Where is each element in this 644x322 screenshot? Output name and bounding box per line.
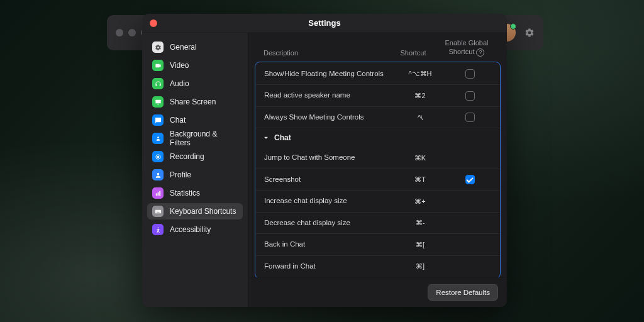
sidebar-item-label: Accessibility	[170, 225, 211, 234]
shortcut-row[interactable]: Back in Chat⌘[	[255, 233, 500, 255]
svg-point-2	[157, 136, 159, 138]
shortcut-description: Show/Hide Floating Meeting Controls	[264, 69, 392, 79]
shortcut-row[interactable]: Screenshot⌘T	[255, 169, 500, 191]
sidebar-item-label: Statistics	[170, 189, 200, 197]
keyboard-shortcuts-icon	[152, 206, 164, 217]
enable-global-checkbox[interactable]	[465, 69, 475, 79]
sidebar-item-general[interactable]: General	[147, 39, 243, 55]
shortcut-row[interactable]: Forward in Chat⌘]	[255, 255, 500, 277]
sidebar-item-label: Share Screen	[170, 97, 216, 106]
sidebar-item-recording[interactable]: Recording	[147, 148, 243, 165]
sidebar-item-background-filters[interactable]: Background & Filters	[147, 130, 243, 147]
shortcut-row[interactable]: Decrease chat display size⌘-	[255, 212, 500, 234]
shortcut-keys[interactable]: ⌘]	[392, 262, 448, 270]
audio-icon	[152, 78, 164, 89]
close-icon[interactable]	[150, 19, 157, 27]
restore-defaults-button[interactable]: Restore Defaults	[428, 284, 498, 301]
shortcut-keys[interactable]: ^\	[392, 114, 448, 121]
share-screen-icon	[152, 96, 164, 108]
enable-global-cell	[448, 69, 491, 79]
sidebar-item-video[interactable]: Video	[147, 57, 243, 74]
shortcut-keys[interactable]: ⌘[	[392, 241, 448, 249]
svg-point-4	[157, 156, 159, 158]
sidebar-item-keyboard-shortcuts[interactable]: Keyboard Shortcuts	[147, 203, 243, 219]
shortcut-keys[interactable]: ⌘+	[392, 197, 448, 206]
window-title: Settings	[142, 18, 507, 28]
shortcut-description: Forward in Chat	[264, 262, 392, 272]
header-description: Description	[264, 49, 385, 57]
svg-point-5	[157, 172, 159, 175]
bg-close-icon	[116, 29, 123, 36]
shortcut-row[interactable]: Jump to Chat with Someone⌘K	[255, 147, 500, 169]
svg-rect-10	[156, 211, 157, 211]
shortcut-keys[interactable]: ⌘T	[392, 175, 448, 184]
bg-minimize-icon	[128, 29, 136, 36]
shortcut-description: Read active speaker name	[264, 91, 392, 101]
svg-rect-7	[157, 192, 158, 196]
shortcuts-list: Show/Hide Floating Meeting Controls^⌥⌘HR…	[248, 62, 507, 277]
svg-rect-12	[158, 211, 158, 211]
titlebar: Settings	[142, 14, 507, 33]
settings-window: Settings GeneralVideoAudioShare ScreenCh…	[142, 14, 507, 307]
sidebar: GeneralVideoAudioShare ScreenChatBackgro…	[142, 33, 248, 307]
shortcut-keys[interactable]: ⌘2	[392, 92, 448, 100]
svg-rect-11	[157, 211, 158, 211]
sidebar-item-label: Background & Filters	[170, 130, 238, 147]
svg-rect-8	[159, 191, 160, 195]
focused-group: Show/Hide Floating Meeting Controls^⌥⌘HR…	[255, 62, 501, 277]
statistics-icon	[152, 187, 164, 199]
enable-global-cell	[448, 113, 491, 122]
enable-global-checkbox[interactable]	[465, 91, 475, 101]
shortcut-row[interactable]: Always Show Meeting Controls^\	[255, 106, 500, 128]
shortcut-row[interactable]: Read active speaker name⌘2	[255, 84, 500, 106]
profile-icon	[152, 169, 164, 180]
shortcut-description: Screenshot	[264, 175, 392, 185]
accessibility-icon	[152, 224, 164, 235]
recording-icon	[152, 151, 164, 162]
chat-icon	[152, 114, 164, 126]
sidebar-item-label: Recording	[170, 152, 204, 161]
section-chat[interactable]: Chat	[255, 128, 500, 147]
sidebar-item-label: General	[170, 43, 197, 52]
sidebar-item-accessibility[interactable]: Accessibility	[147, 221, 243, 238]
chevron-down-icon	[262, 133, 270, 142]
shortcut-description: Back in Chat	[264, 240, 392, 250]
sidebar-item-label: Keyboard Shortcuts	[170, 207, 236, 216]
shortcut-description: Always Show Meeting Controls	[264, 113, 392, 123]
footer: Restore Defaults	[248, 277, 507, 307]
sidebar-item-statistics[interactable]: Statistics	[147, 185, 243, 201]
sidebar-item-label: Audio	[170, 79, 189, 88]
sidebar-item-chat[interactable]: Chat	[147, 112, 243, 128]
shortcut-description: Increase chat display size	[264, 196, 392, 206]
enable-global-checkbox[interactable]	[465, 175, 475, 184]
sidebar-item-profile[interactable]: Profile	[147, 167, 243, 183]
general-icon	[152, 42, 164, 53]
header-shortcut: Shortcut	[385, 49, 441, 57]
svg-point-15	[157, 227, 158, 228]
column-headers: Description Shortcut Enable Global Short…	[248, 33, 507, 62]
shortcut-description: Jump to Chat with Someone	[264, 153, 392, 163]
enable-global-cell	[448, 175, 491, 184]
section-label: Chat	[274, 133, 291, 142]
sidebar-item-share-screen[interactable]: Share Screen	[147, 94, 243, 110]
shortcut-row[interactable]: Increase chat display size⌘+	[255, 190, 500, 212]
svg-rect-0	[155, 99, 160, 103]
shortcut-keys[interactable]: ^⌥⌘H	[392, 70, 448, 78]
sidebar-item-audio[interactable]: Audio	[147, 75, 243, 92]
background-filters-icon	[152, 133, 164, 144]
video-icon	[152, 60, 164, 71]
sidebar-item-label: Profile	[170, 170, 191, 179]
sidebar-item-label: Video	[170, 61, 189, 70]
help-icon[interactable]: ?	[476, 48, 484, 57]
shortcut-row[interactable]: Show/Hide Floating Meeting Controls^⌥⌘H	[255, 64, 500, 85]
svg-rect-13	[159, 211, 160, 211]
sidebar-item-label: Chat	[170, 116, 186, 125]
enable-global-cell	[448, 91, 491, 101]
svg-rect-9	[155, 209, 160, 213]
svg-rect-1	[157, 104, 159, 104]
header-enable-global: Enable Global Shortcut?	[441, 39, 492, 57]
shortcut-keys[interactable]: ⌘-	[392, 219, 448, 227]
shortcut-keys[interactable]: ⌘K	[392, 154, 448, 162]
gear-icon[interactable]	[525, 28, 535, 38]
enable-global-checkbox[interactable]	[465, 113, 475, 122]
